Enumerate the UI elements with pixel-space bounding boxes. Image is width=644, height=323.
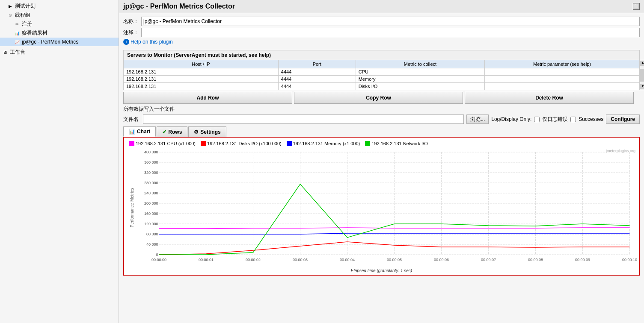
table-cell: Memory xyxy=(356,76,485,83)
add-row-button[interactable]: Add Row xyxy=(123,92,292,104)
legend-color-box xyxy=(129,141,134,146)
servers-header: Servers to Monitor (ServerAgent must be … xyxy=(123,50,640,60)
configure-button[interactable]: Configure xyxy=(606,115,640,124)
sidebar-item-workspace[interactable]: 🖥 工作台 xyxy=(0,48,119,57)
svg-text:120 000: 120 000 xyxy=(144,222,158,226)
svg-text:Performance Metrics: Performance Metrics xyxy=(130,188,134,227)
chart-svg: Performance Metrics xyxy=(126,148,637,267)
legend-label: 192.168.2.131 CPU (x1 000) xyxy=(136,141,196,146)
svg-text:00:00:03: 00:00:03 xyxy=(293,258,308,262)
legend-item: 192.168.2.131 Disks I/O (x100 000) xyxy=(201,141,282,146)
tab-settings[interactable]: ⚙ Settings xyxy=(188,126,226,137)
filename-label: 文件名 xyxy=(123,116,139,123)
table-cell: 4444 xyxy=(278,76,356,83)
file-row: 文件名 浏览... Log/Display Only: 仅日志错误 Succes… xyxy=(123,115,640,124)
pencil-icon: ✏ xyxy=(14,21,21,28)
errors-only-checkbox[interactable] xyxy=(534,117,540,122)
legend-item: 192.168.2.131 Memory (x1 000) xyxy=(287,141,360,146)
sidebar-item-thread-group[interactable]: ⊙ 线程组 xyxy=(0,11,119,20)
sidebar-item-label: 测试计划 xyxy=(15,3,36,10)
chart-container: jmeterplugins.org Performance Metrics xyxy=(126,148,637,267)
table-row[interactable]: 192.168.2.1314444Memory xyxy=(124,76,640,83)
table-cell: 192.168.2.131 xyxy=(124,83,279,90)
browse-button[interactable]: 浏览... xyxy=(466,115,489,124)
table-cell: 4444 xyxy=(278,68,356,76)
table-scrollbar[interactable]: ▲ ▼ xyxy=(640,60,644,90)
table-cell xyxy=(485,76,640,83)
svg-text:00:00:09: 00:00:09 xyxy=(575,258,590,262)
svg-text:00:00:08: 00:00:08 xyxy=(528,258,543,262)
main-content: jp@gc - PerfMon Metrics Collector ⬜ 名称： … xyxy=(119,0,644,323)
file-section-label: 所有数据写入一个文件 xyxy=(123,106,640,113)
sidebar-workspace-label: 工作台 xyxy=(10,49,25,56)
sidebar-item-test-plan[interactable]: ▶ 测试计划 xyxy=(0,2,119,11)
filename-input[interactable] xyxy=(143,115,464,124)
legend-item: 192.168.2.131 Network I/O xyxy=(365,141,427,146)
errors-only-label: 仅日志错误 xyxy=(542,116,568,123)
table-row[interactable]: 192.168.2.1314444CPU xyxy=(124,68,640,76)
svg-text:00:00:10: 00:00:10 xyxy=(622,258,637,262)
title-bar: jp@gc - PerfMon Metrics Collector ⬜ xyxy=(119,0,644,13)
legend-color-box xyxy=(287,141,292,146)
svg-text:80 000: 80 000 xyxy=(146,232,158,236)
table-cell: CPU xyxy=(356,68,485,76)
table-cell xyxy=(485,83,640,90)
sidebar-item-view-results[interactable]: 📊 察看结果树 xyxy=(0,29,119,38)
svg-text:00:00:06: 00:00:06 xyxy=(434,258,449,262)
svg-text:00:00:02: 00:00:02 xyxy=(246,258,261,262)
tabs-row: 📊 Chart ✔ Rows ⚙ Settings xyxy=(123,126,640,137)
chart-tab-icon: 📊 xyxy=(129,129,135,135)
workspace-icon: 🖥 xyxy=(2,49,9,56)
log-display-label: Log/Display Only: xyxy=(491,116,531,122)
sidebar-item-label: 注册 xyxy=(22,21,32,28)
rows-tab-label: Rows xyxy=(168,129,182,135)
comment-input[interactable] xyxy=(141,28,640,37)
successes-label: Successes xyxy=(579,116,603,122)
sidebar-item-label: 察看结果树 xyxy=(22,29,47,37)
svg-rect-0 xyxy=(129,148,634,267)
comment-label: 注释： xyxy=(123,29,139,36)
sidebar-item-perfmon[interactable]: 📈 jp@gc - PerfMon Metrics xyxy=(0,38,119,46)
help-icon: i xyxy=(123,39,129,45)
svg-text:00:00:07: 00:00:07 xyxy=(481,258,496,262)
sidebar-item-label: 线程组 xyxy=(15,12,30,19)
help-link[interactable]: Help on this plugin xyxy=(131,39,173,45)
table-row[interactable]: 192.168.2.1314444Disks I/O xyxy=(124,83,640,90)
form-area: 名称： 注释： i Help on this plugin xyxy=(119,13,644,50)
name-label: 名称： xyxy=(123,18,139,25)
tab-chart[interactable]: 📊 Chart xyxy=(123,126,156,137)
delete-row-button[interactable]: Delete Row xyxy=(465,92,634,104)
chart-area: 192.168.2.131 CPU (x1 000)192.168.2.131 … xyxy=(123,137,640,276)
sidebar-item-label: jp@gc - PerfMon Metrics xyxy=(22,39,78,45)
svg-text:360 000: 360 000 xyxy=(144,160,158,164)
svg-text:0: 0 xyxy=(156,253,158,257)
successes-checkbox[interactable] xyxy=(570,117,576,122)
copy-row-button[interactable]: Copy Row xyxy=(294,92,463,104)
sidebar-item-register[interactable]: ✏ 注册 xyxy=(0,20,119,29)
sidebar: ▶ 测试计划 ⊙ 线程组 ✏ 注册 📊 察看结果树 📈 jp@gc - Perf… xyxy=(0,0,119,323)
col-port: Port xyxy=(278,60,356,68)
legend-color-box xyxy=(365,141,370,146)
legend-color-box xyxy=(201,141,206,146)
page-title: jp@gc - PerfMon Metrics Collector xyxy=(123,3,235,10)
svg-text:400 000: 400 000 xyxy=(144,150,158,154)
legend-label: 192.168.2.131 Memory (x1 000) xyxy=(293,141,360,146)
svg-text:280 000: 280 000 xyxy=(144,181,158,185)
table-cell xyxy=(485,68,640,76)
chart-legend: 192.168.2.131 CPU (x1 000)192.168.2.131 … xyxy=(126,139,637,148)
svg-text:40 000: 40 000 xyxy=(146,242,158,247)
svg-text:200 000: 200 000 xyxy=(144,201,158,206)
name-input[interactable] xyxy=(141,17,640,26)
col-param: Metric parameter (see help) xyxy=(485,60,640,68)
metrics-icon: 📈 xyxy=(14,38,21,45)
tab-rows[interactable]: ✔ Rows xyxy=(157,126,187,137)
settings-tab-label: Settings xyxy=(200,129,220,135)
legend-label: 192.168.2.131 Disks I/O (x100 000) xyxy=(207,141,282,146)
maximize-button[interactable]: ⬜ xyxy=(633,3,640,10)
legend-item: 192.168.2.131 CPU (x1 000) xyxy=(129,141,196,146)
comment-row: 注释： xyxy=(123,28,640,37)
col-metric: Metric to collect xyxy=(356,60,485,68)
col-host: Host / IP xyxy=(124,60,279,68)
log-options: Log/Display Only: 仅日志错误 Successes xyxy=(491,116,603,123)
tree-arrow-icon: ▶ xyxy=(7,3,14,10)
